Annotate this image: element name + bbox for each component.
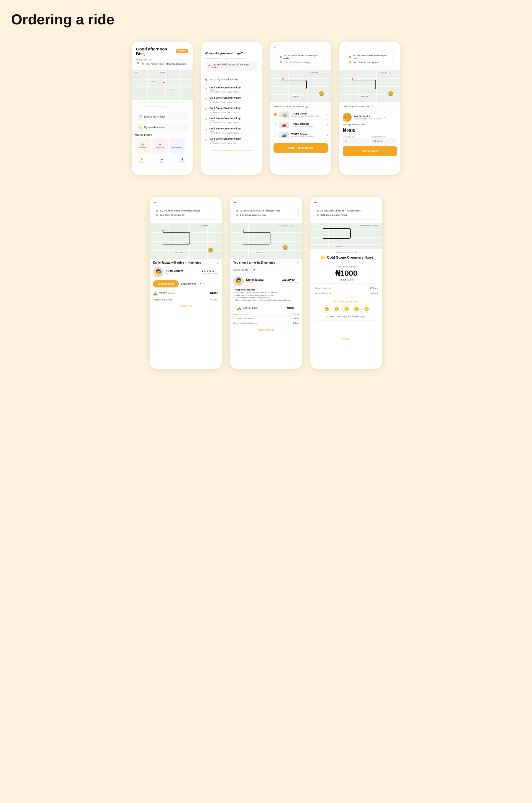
search-result-1[interactable]: ➤ Cold Stone Creamery Ikoyi 1.5km 52, Aw…	[205, 85, 258, 95]
result-addr-2: 52, Awolowo Road, Lagos, Nigeria	[209, 101, 241, 103]
rating-star-1[interactable]: 😄	[323, 305, 330, 313]
report-trip-button[interactable]: Report this trip	[230, 326, 302, 333]
cash-icon-2: 💵	[343, 278, 346, 281]
cab-back-button[interactable]: ←	[273, 45, 328, 49]
search-title: Where do you want to go?	[205, 52, 258, 55]
progress-back[interactable]: ←	[233, 200, 299, 205]
share-trip-row[interactable]: Share my trip ↗	[181, 281, 204, 287]
cab-options-list: 🚕 TAXEE Junior Recommended if there is a…	[270, 110, 331, 140]
book-trip-option[interactable]: 🕐 Book a trip for later ›	[135, 112, 189, 121]
find-driver-label-text: Let's find you a Taxee driver	[343, 105, 370, 108]
cab-option-senior[interactable]: 🚙 TAXEE Senior Recommended for olderies …	[273, 130, 328, 140]
rating-star-2[interactable]: 🙂	[332, 305, 340, 313]
find-driver-back[interactable]: ←	[343, 45, 397, 49]
nav-home[interactable]: 🏠 Home	[139, 158, 144, 163]
to-dot	[280, 61, 282, 63]
payment-method-value[interactable]: 💵 Cash	[371, 138, 397, 144]
driver-info-row: 👨 Kunle Jabazz ★ 4.90 AGL877JK Gold Toyo…	[150, 265, 222, 279]
screen-find-driver: ← 23, Jimi Abdul Street, off Pentagon ro…	[339, 42, 400, 175]
progress-from-dot	[236, 210, 238, 212]
cash-icon: 💵	[373, 140, 376, 143]
share-row[interactable]: Share my trip ↗	[230, 265, 302, 274]
hospital-icon: 🏥	[159, 143, 161, 146]
arrived-back[interactable]: ←	[314, 200, 379, 205]
home-nav-icon: 🏠	[140, 158, 143, 161]
share-trip-icon[interactable]: ↗	[250, 266, 257, 273]
search-result-2[interactable]: ➤ Cold Stone Creamery Ikoyi 1.5km 52, Aw…	[205, 95, 258, 105]
bottom-nav: 🏠 Home 🚗 Rides 👤 Profile	[132, 156, 193, 165]
greeting-text: Good afternoon Bisi,	[136, 46, 176, 56]
book-junior-button[interactable]: Book Taxee Junior	[273, 143, 328, 153]
search-result-6[interactable]: ➤ Cold Stone Creamery Ikoyi 1.5km 52, Aw…	[205, 136, 258, 146]
cancel-ride-button[interactable]: Cancel ride	[150, 303, 222, 309]
guideline-1: Ensure all kids are properly strapped in…	[233, 292, 299, 294]
find-driver-button[interactable]: Find a driver	[343, 146, 397, 156]
go-saved-locations[interactable]: 🔖 Go to my saved locations	[205, 76, 258, 83]
arrival-time-row: Time of arrival 4:30pm	[315, 286, 378, 291]
cab-radio-regular[interactable]	[273, 123, 277, 126]
result-info-6: Cold Stone Creamery Ikoyi 1.5km 52, Awol…	[209, 137, 241, 144]
driver-card-seats: 4	[384, 116, 385, 119]
result-addr-6: 52, Awolowo Road, Lagos, Nigeria	[209, 142, 241, 144]
screen-home: Good afternoon Bisi, TAXEE Where you are…	[132, 42, 193, 175]
fare-amount: ₦ 800	[343, 128, 397, 134]
cab-radio-senior[interactable]	[273, 133, 277, 137]
nav-profile[interactable]: 👤 Profile	[179, 158, 185, 163]
avg-fare-label: Average transport fare	[343, 123, 397, 126]
close-button[interactable]: Close	[310, 335, 382, 342]
profile-nav-label: Profile	[179, 161, 185, 163]
eta-info-row: Estimated arrival time 4:30pm	[233, 316, 299, 321]
back-button[interactable]: ←	[205, 45, 258, 50]
enroute-taxi-icon: 🚕	[208, 247, 213, 253]
profile-nav-icon: 👤	[181, 158, 184, 161]
taxee-badge: TAXEE	[176, 49, 188, 53]
nearby-hospitals[interactable]: 🏥 Hospitals	[152, 138, 168, 153]
destination-input[interactable]: ◎ Where do you want to go?	[135, 102, 189, 110]
location-row: 📍 23, Jimi Abdul Street, off pentagon ro…	[136, 62, 188, 66]
nav-rides[interactable]: 🚗 Rides	[159, 158, 164, 163]
cab-option-junior[interactable]: 🚕 TAXEE Junior Recommended if there is a…	[273, 110, 328, 120]
progress-price: ₦1000	[287, 306, 296, 310]
guidelines-title: Transport Guidelines	[230, 287, 302, 292]
driver-rating: ★ 4.90	[166, 273, 200, 275]
nearby-schools[interactable]: 🏫 Schools	[135, 138, 150, 153]
result-name-4: Cold Stone Creamery Ikoyi	[209, 117, 241, 120]
rating-star-5[interactable]: 😟	[362, 305, 370, 313]
enroute-map-bg: St. LAKANSAS'S medical centre Ijеsha-Ted…	[150, 223, 222, 259]
cab-img-regular: 🚗	[279, 122, 289, 128]
share-icon[interactable]: ↗	[197, 281, 204, 287]
rating-star-3[interactable]: 😐	[342, 305, 350, 313]
cab-option-regular[interactable]: 🚗 TAXEE Regular Recommended for adults 4	[273, 120, 328, 130]
cant-find-label: Can't find the location?	[211, 149, 233, 152]
cab-label: TAXEE Junior	[159, 292, 175, 295]
cab-name-junior: TAXEE Junior	[291, 112, 324, 115]
payment-info-label: Payment method	[233, 313, 250, 315]
enroute-start-pin: 📍	[161, 230, 165, 233]
enroute-header: ← 23, Jimi Abdul Street, off Pentagon ro…	[150, 197, 222, 223]
progress-cab-row: 🚕 TAXEE Junior	[236, 306, 259, 310]
search-result-5[interactable]: ➤ Cold Stone Creamery Ikoyi 1.5km 52, Aw…	[205, 126, 258, 136]
search-pin-icon: 📍	[208, 64, 211, 67]
search-result-4[interactable]: ➤ Cold Stone Creamery Ikoyi 1.5km 52, Aw…	[205, 115, 258, 126]
enroute-back[interactable]: ←	[153, 200, 218, 205]
find-to-dot	[349, 61, 351, 63]
select-cab-text: Select a Taxee cab for this ride	[273, 105, 304, 108]
share-trip-label: Share my trip	[181, 282, 196, 285]
destination-search-input[interactable]: 📍 23, Jimi Abdul Street, off pentagon ro…	[205, 61, 258, 71]
rating-star-4[interactable]: 😕	[353, 305, 360, 313]
search-result-3[interactable]: ➤ Cold Stone Creamery Ikoyi 1.5km 52, Aw…	[205, 105, 258, 115]
payment-row: Payment method ✔ Cash	[150, 297, 222, 303]
cab-radio-junior[interactable]	[273, 113, 277, 116]
transport-field-value[interactable]: ₦0	[343, 138, 369, 144]
progress-from-addr: 23, Jimi Abdul Street, off Pentagon road…	[240, 209, 280, 212]
contact-driver-button[interactable]: Contact driver	[153, 280, 179, 287]
progress-map-bg: St. LAKANSAS'S medical centre Ijеsha-Ted…	[230, 223, 302, 259]
pick-map-link[interactable]: Pick from the map	[234, 149, 252, 152]
home-map[interactable]: Igbo Igbosere APAPA Apese 📍	[132, 70, 193, 100]
nearby-restaurants[interactable]: 🍽️ Restaurants	[170, 138, 185, 153]
restaurants-label: Restaurants	[172, 147, 183, 149]
saved-locations-option[interactable]: ⭐ My saved locations ›	[135, 123, 189, 132]
feedback-input[interactable]	[314, 320, 379, 334]
route-start-pin: 📍	[281, 78, 285, 81]
result-name-5: Cold Stone Creamery Ikoyi	[209, 127, 241, 130]
